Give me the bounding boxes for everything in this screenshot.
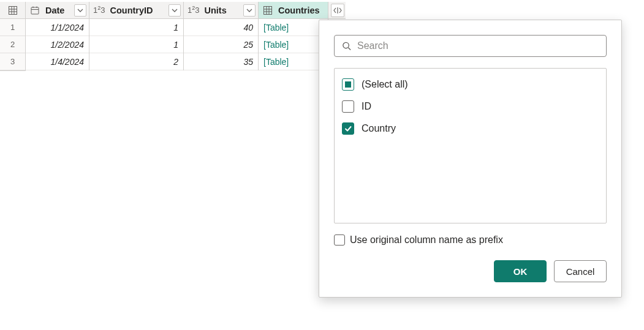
expand-column-button[interactable] — [331, 4, 344, 17]
chevron-down-icon — [172, 7, 178, 13]
search-icon — [342, 41, 351, 51]
column-header-country-id[interactable]: 123 CountryID — [89, 2, 183, 19]
svg-rect-9 — [264, 6, 272, 14]
table-icon — [262, 5, 273, 16]
option-country[interactable]: Country — [342, 118, 599, 140]
cell-country-id[interactable]: 1 — [89, 36, 183, 53]
column-country-id: 123 CountryID 1 1 2 — [89, 2, 184, 70]
column-countries: Countries [Table] [Table] [Table] — [259, 2, 328, 70]
cell-countries-table[interactable]: [Table] — [259, 36, 328, 53]
chevron-down-icon — [246, 7, 252, 13]
option-select-all[interactable]: (Select all) — [342, 73, 599, 96]
row-header[interactable]: 3 — [0, 53, 25, 70]
cell-date[interactable]: 1/1/2024 — [26, 19, 89, 36]
checkbox-unchecked-icon — [342, 100, 354, 113]
table-icon — [8, 6, 18, 15]
checkbox-mixed-icon — [342, 78, 354, 91]
use-prefix-label: Use original column name as prefix — [350, 234, 503, 246]
cancel-button[interactable]: Cancel — [554, 260, 607, 282]
cell-countries-table[interactable]: [Table] — [259, 53, 328, 70]
checkbox-checked-icon — [342, 122, 354, 135]
row-header[interactable]: 2 — [0, 36, 25, 53]
number-type-icon: 123 — [188, 5, 199, 15]
table-select-all-corner[interactable] — [0, 2, 25, 19]
chevron-down-icon — [77, 7, 83, 13]
svg-point-15 — [343, 42, 349, 48]
svg-rect-5 — [31, 7, 39, 14]
column-filter-button[interactable] — [243, 4, 256, 17]
ok-button[interactable]: OK — [494, 260, 547, 282]
cell-countries-table[interactable]: [Table] — [259, 19, 328, 36]
column-header-date[interactable]: Date — [26, 2, 89, 19]
search-input[interactable] — [357, 40, 599, 51]
expand-column-popup: (Select all) ID Country Use original col… — [319, 20, 622, 298]
cell-units[interactable]: 35 — [184, 53, 258, 70]
column-filter-button[interactable] — [169, 4, 181, 17]
cell-units[interactable]: 40 — [184, 19, 258, 36]
column-title: Units — [202, 6, 229, 15]
column-title: Date — [43, 6, 67, 15]
column-date: Date 1/1/2024 1/2/2024 1/4/2024 — [26, 2, 89, 70]
expand-icon — [333, 6, 343, 15]
option-label: (Select all) — [362, 79, 408, 90]
option-label: Country — [362, 123, 396, 134]
use-prefix-checkbox[interactable]: Use original column name as prefix — [334, 234, 607, 246]
check-icon — [344, 124, 352, 133]
row-header-gutter: 1 2 3 — [0, 2, 26, 71]
column-options-list: (Select all) ID Country — [334, 68, 607, 223]
column-header-countries[interactable]: Countries — [259, 2, 328, 19]
search-field[interactable] — [334, 35, 607, 57]
checkbox-unchecked-icon — [334, 234, 345, 246]
row-header[interactable]: 1 — [0, 19, 25, 36]
column-units: 123 Units 40 25 35 — [184, 2, 259, 70]
calendar-icon — [29, 5, 40, 16]
column-filter-button[interactable] — [74, 4, 86, 17]
cell-country-id[interactable]: 2 — [89, 53, 183, 70]
cell-date[interactable]: 1/2/2024 — [26, 36, 89, 53]
cell-country-id[interactable]: 1 — [89, 19, 183, 36]
option-label: ID — [362, 101, 371, 112]
column-title: Countries — [276, 6, 322, 15]
dialog-button-row: OK Cancel — [334, 260, 607, 282]
svg-line-16 — [348, 48, 350, 50]
option-id[interactable]: ID — [342, 96, 599, 118]
column-title: CountryID — [107, 6, 155, 15]
number-type-icon: 123 — [93, 5, 105, 15]
column-header-units[interactable]: 123 Units — [184, 2, 258, 19]
cell-units[interactable]: 25 — [184, 36, 258, 53]
cell-date[interactable]: 1/4/2024 — [26, 53, 89, 70]
svg-rect-0 — [9, 6, 17, 14]
